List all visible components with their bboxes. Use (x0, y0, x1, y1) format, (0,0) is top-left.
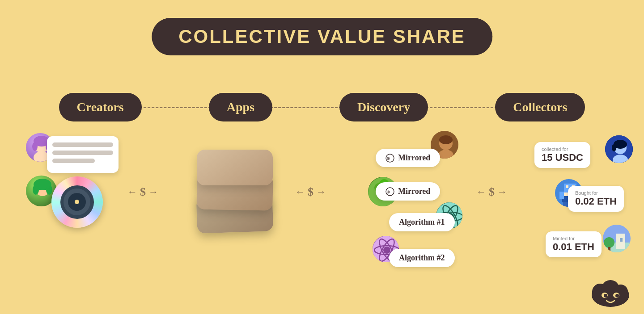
dollar-arrow-3: ← $ → (476, 185, 507, 199)
arrow-right-1: → (148, 186, 158, 198)
collector-card-3: Minted for 0.01 ETH (546, 231, 602, 257)
album-cover (60, 185, 94, 219)
algo-label-1: Algorithm #1 (399, 218, 445, 226)
svg-rect-43 (566, 185, 568, 188)
svg-rect-47 (559, 192, 564, 199)
page-title: COLLECTIVE VALUE SHARE (178, 26, 466, 47)
mirror-pill-1: ⊕ Mirrored (376, 149, 440, 167)
svg-point-12 (75, 200, 79, 204)
dotted-line-3 (426, 107, 497, 108)
collector-1-sub: collected for (542, 147, 583, 152)
dotted-line-1 (140, 107, 211, 108)
collector-card-1: collected for 15 USDC (534, 142, 590, 168)
algo-label-2: Algorithm #2 (399, 253, 445, 262)
svg-point-16 (439, 135, 453, 144)
arrow-right-2: → (316, 186, 326, 198)
arrow-right-3: → (497, 186, 507, 198)
categories-row: Creators Apps Discovery Collectors (0, 93, 644, 121)
svg-rect-56 (608, 247, 610, 252)
svg-point-64 (615, 294, 619, 297)
category-discovery: Discovery (339, 93, 428, 121)
title-container: COLLECTIVE VALUE SHARE (152, 18, 492, 55)
svg-point-40 (612, 144, 616, 151)
collector-2-sub: Bought for (575, 190, 617, 196)
bottom-logo (590, 278, 626, 305)
arrow-left-1: ← (127, 186, 137, 198)
collector-avatar-3 (602, 223, 632, 254)
collector-2-value: 0.02 ETH (575, 196, 617, 207)
apps-stack-card-top (197, 150, 273, 185)
dotted-line-2 (270, 107, 342, 108)
category-apps: Apps (209, 93, 272, 121)
collector-avatar-1 (604, 134, 634, 164)
dollar-arrow-2: ← $ → (295, 185, 326, 199)
mirror-icon-2: ⊕ (386, 187, 394, 196)
svg-point-8 (46, 185, 52, 195)
dollar-sign-2: $ (308, 185, 314, 199)
category-collectors: Collectors (495, 93, 585, 121)
svg-text:⊕: ⊕ (386, 156, 390, 161)
mirror-label-1: Mirrored (398, 153, 430, 163)
svg-rect-54 (620, 238, 623, 242)
dollar-sign-1: $ (140, 185, 146, 199)
svg-point-63 (604, 294, 607, 297)
dollar-arrow-1: ← $ → (127, 185, 158, 199)
svg-point-55 (604, 237, 614, 248)
arrow-left-3: ← (476, 186, 486, 198)
collector-3-sub: Minted for (553, 236, 594, 241)
collector-card-2: Bought for 0.02 ETH (568, 186, 624, 212)
creator-content-card (47, 136, 119, 173)
mirror-icon-1: ⊕ (386, 154, 394, 163)
card-line-1 (52, 142, 113, 147)
page-wrapper: COLLECTIVE VALUE SHARE Creators Apps Dis… (0, 0, 644, 314)
mirror-label-2: Mirrored (398, 187, 430, 196)
collector-1-value: 15 USDC (542, 152, 583, 163)
svg-point-7 (33, 185, 39, 195)
arrow-left-2: ← (295, 186, 305, 198)
svg-point-3 (32, 142, 38, 151)
category-creators: Creators (59, 93, 142, 121)
mirror-pill-2: ⊕ Mirrored (376, 182, 440, 201)
collector-3-value: 0.01 ETH (553, 241, 594, 253)
card-line-2 (52, 151, 113, 155)
dollar-sign-3: $ (489, 185, 495, 199)
card-line-3 (52, 159, 95, 163)
algo-pill-2: Algorithm #2 (389, 249, 455, 267)
svg-text:⊕: ⊕ (386, 189, 390, 194)
algo-pill-1: Algorithm #1 (389, 213, 455, 231)
